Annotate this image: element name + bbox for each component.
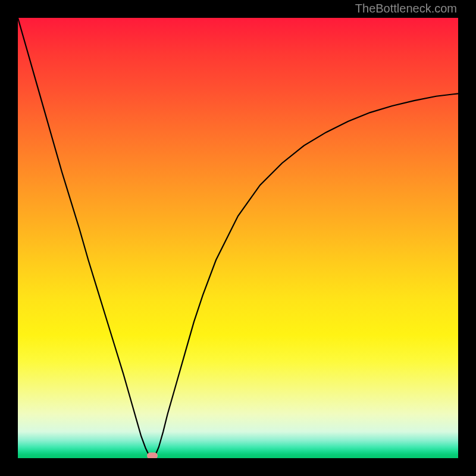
plot-area [18, 18, 458, 458]
optimal-point-marker [147, 453, 158, 458]
watermark-text: TheBottleneck.com [355, 2, 457, 15]
chart-container: TheBottleneck.com [0, 0, 476, 476]
bottleneck-curve [18, 18, 458, 458]
curve-svg [18, 18, 458, 458]
